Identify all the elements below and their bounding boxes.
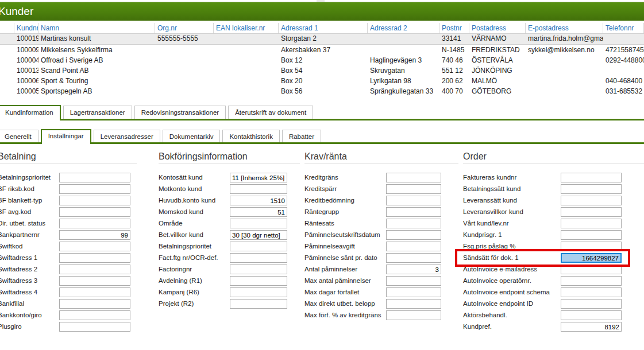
input-projekt-r2[interactable] — [230, 299, 287, 309]
table-row[interactable]: 100006Sport & TouringBox 20Lyrikgatan 98… — [0, 76, 644, 86]
input-betalningsprioritet[interactable] — [230, 242, 287, 251]
subtab-kontakthistorik[interactable]: Kontakthistorik — [222, 130, 279, 142]
input-s-nds-tt-f-r-dok-1[interactable] — [561, 253, 622, 263]
tab-kundinformation[interactable]: Kundinformation — [0, 105, 61, 120]
input-bankpartnernr[interactable] — [59, 230, 130, 240]
column-header-org-nr[interactable]: Org.nr — [155, 23, 214, 33]
row-selector-gutter[interactable] — [0, 55, 14, 65]
input-r-ntesats[interactable] — [386, 219, 441, 228]
input-max-antal-p-minnelser[interactable] — [386, 276, 441, 286]
input-swiftadress-2[interactable] — [59, 265, 130, 274]
input-max-dagar-f-rfallet[interactable] — [386, 287, 441, 297]
column-header-e-postadress[interactable]: E-postadress — [526, 23, 603, 33]
input-r-ntegrupp[interactable] — [386, 207, 441, 217]
input-momskod-kund[interactable] — [230, 207, 287, 217]
input-bet-villkor-kund[interactable] — [230, 230, 287, 240]
table-row[interactable]: 100005Sportspegeln ABBox 56Sprängkullega… — [0, 86, 644, 96]
input-max-direkt-utbet-belopp[interactable] — [386, 299, 441, 309]
column-header-namn[interactable]: Namn — [38, 23, 155, 33]
input-betalningss-tt-kund[interactable] — [561, 184, 622, 194]
cell-e-postadress: sykkel@mikkelsen.no — [526, 45, 603, 55]
table-row[interactable]: 100009Mikkelsens SykkelfirmaAkersbakken … — [0, 45, 644, 55]
column-header-adressrad-2[interactable]: Adressrad 2 — [368, 23, 439, 33]
field-label-p-minnelseutskriftsdatum: Påminnelseutskriftsdatum — [304, 230, 383, 240]
input-kundprisgr-1[interactable] — [561, 230, 622, 240]
row-selector-gutter[interactable] — [0, 65, 14, 76]
input-max-f-rf-av-kreditgr-ns[interactable] — [386, 310, 441, 320]
input-kampanj-r6[interactable] — [230, 287, 287, 297]
input-faktureras-kundnr[interactable] — [561, 173, 622, 182]
input-akt-rsbehandl[interactable] — [561, 310, 622, 320]
subtab-generellt[interactable]: Generellt — [0, 130, 38, 142]
input-motkonto-kund[interactable] — [230, 184, 287, 194]
input-autoinvoice-endpoint-id[interactable] — [561, 299, 622, 309]
field-label-faktureras-kundnr: Faktureras kundnr — [463, 173, 557, 182]
subtab-inst-llningar[interactable]: Inställningar — [41, 129, 91, 144]
input-kreditsp-rr[interactable] — [386, 184, 441, 194]
column-header-postadress[interactable]: Postadress — [469, 23, 526, 33]
column-header-adressrad-1[interactable]: Adressrad 1 — [279, 23, 368, 33]
section-title-order: Order — [463, 151, 487, 162]
tab-redovisningstransaktioner[interactable]: Redovisningstransaktioner — [134, 106, 226, 119]
input-betalningsprioritet[interactable] — [59, 173, 130, 182]
row-selector-gutter[interactable] — [0, 34, 14, 44]
cell-postnr: N-1485 — [439, 45, 469, 55]
cell-ean-lokaliser-nr — [214, 45, 279, 55]
field-label-kontos-tt-kund: Kontosätt kund — [159, 173, 226, 182]
input-autoinvoice-e-mailadress[interactable] — [561, 265, 622, 274]
subtab-rabatter[interactable]: Rabatter — [282, 130, 321, 142]
column-header-kundnr[interactable]: Kundnr — [14, 23, 38, 33]
subtab-leveransadresser[interactable]: Leveransadresser — [94, 130, 160, 142]
field-label-autoinvoice-endpoint-id: AutoInvoice endpoint ID — [463, 299, 557, 309]
input-leveransvillkor-kund[interactable] — [561, 207, 622, 217]
field-label-factoringnr: Factoringnr — [159, 265, 226, 274]
input-omr-de[interactable] — [230, 219, 287, 228]
input-fsg-pris-p-slag[interactable] — [561, 242, 622, 251]
input-v-rt-kund-lev-nr[interactable] — [561, 219, 622, 228]
table-row[interactable]: 100013Scand Point ABBox 54Skruvgatan551 … — [0, 65, 644, 76]
row-selector-gutter[interactable] — [0, 45, 14, 55]
input-autoinvoice-endpoint-schema[interactable] — [561, 287, 622, 297]
column-header-telefonnr[interactable]: Telefonnr — [603, 23, 644, 33]
input-swiftadress-1[interactable] — [59, 253, 130, 263]
input-antal-p-minnelser[interactable] — [386, 265, 441, 274]
input-autoinvoice-operat-rnr[interactable] — [561, 276, 622, 286]
input-bankkonto-giro[interactable] — [59, 310, 130, 320]
input-swiftadress-4[interactable] — [59, 287, 130, 297]
input-plusgiro[interactable] — [59, 322, 130, 332]
cell-org-nr — [155, 86, 214, 96]
input-avdelning-r1[interactable] — [230, 276, 287, 286]
column-header-postnr[interactable]: Postnr — [439, 23, 469, 33]
input-leveranss-tt-kund[interactable] — [561, 196, 622, 205]
row-selector-gutter[interactable] — [0, 76, 14, 86]
input-huvudb-konto-kund[interactable] — [230, 196, 287, 205]
input-factoringnr[interactable] — [230, 265, 287, 274]
row-selector-gutter[interactable] — [0, 86, 14, 96]
input-p-minnelse-s-nt-pr-dato[interactable] — [386, 253, 441, 263]
cell-adressrad-1: Box 56 — [279, 86, 368, 96]
input-bankfilial[interactable] — [59, 299, 130, 309]
input-fact-ftg-nr-ocr-def[interactable] — [230, 253, 287, 263]
cell-postnr: 551 12 — [439, 65, 469, 76]
input-swiftadress-3[interactable] — [59, 276, 130, 286]
subtab-dokumentarkiv[interactable]: Dokumentarkiv — [163, 130, 221, 142]
input-kreditbed-mning[interactable] — [386, 196, 441, 205]
input-swiftkod[interactable] — [59, 242, 130, 251]
input-kundpref[interactable] — [561, 322, 622, 332]
input-dir-utbet-status[interactable] — [59, 219, 130, 228]
input-bf-avg-kod[interactable] — [59, 207, 130, 217]
input-bf-riksb-kod[interactable] — [59, 184, 130, 194]
table-row[interactable]: 100019Martinas konsult555555-5555Storgat… — [0, 33, 644, 45]
input-p-minnelseavgift[interactable] — [386, 242, 441, 251]
input-bf-blankett-typ[interactable] — [59, 196, 130, 205]
input-kreditgr-ns[interactable] — [386, 173, 441, 182]
splitter-handle[interactable] — [317, 0, 325, 2]
field-label-autoinvoice-e-mailadress: AutoInvoice e-mailadress — [463, 265, 557, 274]
cell-telefonnr: 040-468400 — [603, 76, 644, 86]
input-kontos-tt-kund[interactable] — [230, 173, 287, 182]
tab-lagertransaktioner[interactable]: Lagertransaktioner — [63, 106, 132, 119]
tab-terutskrift-av-dokument[interactable]: Återutskrift av dokument — [228, 106, 313, 119]
input-p-minnelseutskriftsdatum[interactable] — [386, 230, 441, 240]
column-header-ean-lokaliser-nr[interactable]: EAN lokaliser.nr — [214, 23, 279, 33]
table-row[interactable]: 100004Offroad i Sverige ABBox 12Haglinge… — [0, 55, 644, 65]
